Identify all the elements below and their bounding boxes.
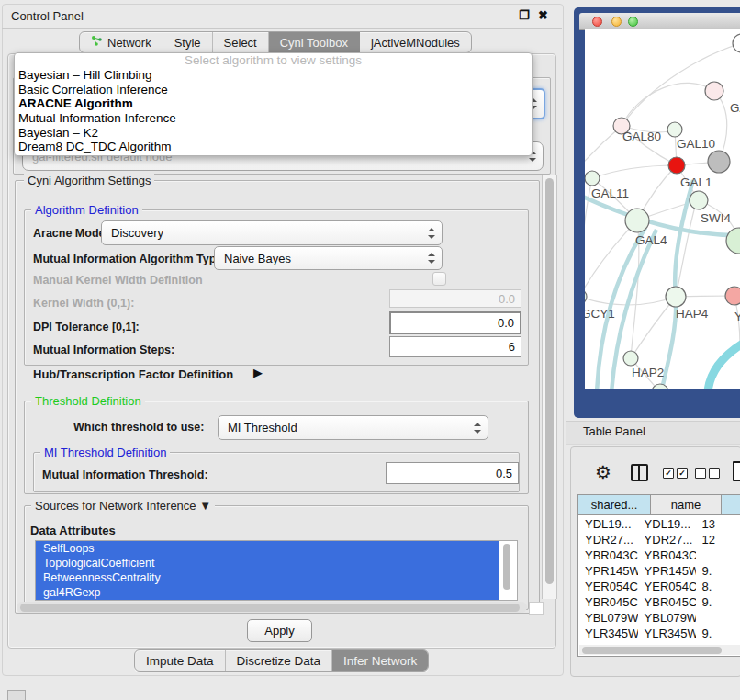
network-node[interactable]	[666, 287, 686, 307]
control-panel-titlebar	[2, 4, 562, 29]
aracne-mode-combo[interactable]: Discovery	[101, 220, 443, 245]
network-node[interactable]	[625, 209, 649, 232]
control-panel-title: Control Panel	[11, 9, 84, 23]
sources-group-title[interactable]: Sources for Network Inference ▼	[31, 499, 215, 513]
settings-vertical-scrollbar[interactable]	[542, 175, 557, 599]
tab-jactivemnodules[interactable]: jActiveMNodules	[360, 32, 471, 52]
application-root: Control Panel ❐ ✖ NetworkStyleSelectCyni…	[0, 0, 740, 700]
which-threshold-combo[interactable]: MI Threshold	[218, 415, 488, 440]
sources-collapse-arrow-icon[interactable]: ▼	[199, 499, 211, 513]
table-cell: 13	[696, 516, 740, 532]
table-cell: YBR043C	[638, 548, 696, 563]
table-row[interactable]: YER054CYER054C8.	[578, 579, 740, 594]
network-node[interactable]	[725, 287, 740, 305]
close-window-icon[interactable]: ✖	[538, 9, 548, 22]
settings-vertical-scrollbar-thumb[interactable]	[545, 178, 554, 584]
network-node[interactable]	[623, 351, 638, 366]
table-cell: YER054C	[578, 579, 638, 594]
data-attribute-item[interactable]: TopologicalCoefficient	[36, 556, 499, 570]
combo-arrows-icon	[427, 228, 435, 239]
algorithm-option[interactable]: Bayesian – K2	[15, 126, 532, 141]
node-attribute-table[interactable]: shared...nameA YDL19...YDL19...13YDR27..…	[577, 494, 740, 657]
split-columns-icon[interactable]	[631, 464, 648, 481]
column-header-name[interactable]: name	[651, 495, 722, 515]
data-attribute-item[interactable]: gal4RGexp	[36, 585, 499, 600]
network-node[interactable]	[668, 157, 685, 174]
hub-definition-label[interactable]: Hub/Transcription Factor Definition	[33, 367, 233, 381]
table-cell: YER054C	[638, 579, 696, 594]
table-row[interactable]: YBL079WYBL079W	[578, 610, 740, 626]
data-attributes-list[interactable]: SelfLoopsTopologicalCoefficientBetweenne…	[35, 540, 518, 601]
table-horizontal-scrollbar[interactable]	[579, 645, 740, 655]
file-icon[interactable]	[733, 461, 740, 481]
table-row[interactable]: YBR045CYBR045C9.	[578, 594, 740, 610]
data-attribute-item[interactable]: BetweennessCentrality	[36, 570, 499, 585]
control-panel-tabbar: NetworkStyleSelectCyni ToolboxjActiveMNo…	[79, 31, 472, 53]
unchecked-boxes-icon[interactable]	[695, 468, 720, 479]
table-row[interactable]: YBR043CYBR043C	[578, 548, 740, 563]
table-row[interactable]: YDL19...YDL19...13	[578, 516, 740, 532]
network-bright-edge	[708, 342, 740, 389]
algorithm-option[interactable]: Dream8 DC_TDC Algorithm	[15, 140, 532, 154]
algorithm-dropdown-placeholder: Select algorithm to view settings	[15, 53, 532, 68]
tab-network[interactable]: Network	[80, 32, 163, 52]
tab-cyni-toolbox[interactable]: Cyni Toolbox	[269, 32, 360, 52]
table-row[interactable]: YPR145WYPR145W9.	[578, 563, 740, 579]
node-label-gal: GAL	[730, 101, 740, 115]
mi-threshold-label: Mutual Information Threshold:	[42, 469, 208, 481]
algorithm-option[interactable]: ARACNE Algorithm	[15, 96, 532, 111]
network-node[interactable]	[652, 384, 668, 389]
table-cell: YDR27...	[578, 532, 638, 548]
kernel-width-field: 0.0	[389, 289, 521, 308]
mi-threshold-field[interactable]: 0.5	[386, 462, 519, 484]
which-threshold-value: MI Threshold	[228, 416, 297, 439]
tab-impute-data[interactable]: Impute Data	[135, 650, 226, 671]
collapsed-panel-icon[interactable]	[7, 690, 26, 700]
network-node[interactable]	[585, 171, 600, 186]
tab-style[interactable]: Style	[163, 32, 213, 52]
float-window-icon[interactable]: ❐	[519, 9, 530, 22]
close-traffic-light-icon[interactable]	[592, 17, 602, 27]
minimize-traffic-light-icon[interactable]	[611, 17, 622, 27]
table-cell: 9.	[696, 626, 740, 641]
dpi-tolerance-field[interactable]: 0.0	[389, 311, 521, 334]
hub-expand-arrow-icon[interactable]: ▶	[253, 366, 263, 379]
tab-discretize-data[interactable]: Discretize Data	[226, 650, 333, 671]
zoom-traffic-light-icon[interactable]	[628, 17, 638, 27]
network-node[interactable]	[705, 82, 723, 100]
network-node[interactable]	[585, 289, 587, 304]
table-cell: 8.	[696, 579, 740, 594]
network-node[interactable]	[708, 151, 730, 173]
tab-infer-network[interactable]: Infer Network	[332, 650, 428, 671]
algorithm-option[interactable]: Mutual Information Inference	[15, 111, 532, 126]
data-attribute-item[interactable]: SelfLoops	[36, 541, 499, 556]
table-row[interactable]: YLR345WYLR345W9.	[578, 626, 740, 641]
manual-kernel-checkbox[interactable]	[432, 272, 446, 286]
table-cell: YBR043C	[578, 548, 638, 563]
network-icon	[91, 35, 103, 50]
column-header-a[interactable]: A	[722, 495, 740, 515]
network-view-titlebar[interactable]	[579, 13, 740, 30]
tab-select[interactable]: Select	[213, 32, 269, 52]
mi-type-combo[interactable]: Naive Bayes	[214, 246, 443, 270]
network-node[interactable]	[690, 191, 708, 209]
settings-horizontal-scrollbar[interactable]	[17, 602, 527, 613]
network-node[interactable]	[733, 34, 740, 52]
apply-button[interactable]: Apply	[247, 619, 312, 642]
mi-steps-field[interactable]: 6	[389, 336, 521, 357]
settings-horizontal-scrollbar-thumb[interactable]	[20, 604, 520, 612]
table-cell: 9.	[696, 594, 740, 610]
threshold-definition-title: Threshold Definition	[31, 394, 145, 408]
gear-icon[interactable]: ⚙	[595, 461, 611, 483]
table-row[interactable]: YDR27...YDR27...12	[578, 532, 740, 548]
algorithm-option[interactable]: Basic Correlation Inference	[15, 83, 532, 97]
table-horizontal-scrollbar-thumb[interactable]	[582, 647, 722, 654]
column-header-shared[interactable]: shared...	[578, 495, 651, 515]
table-cell: YPR145W	[638, 563, 696, 579]
algorithm-option[interactable]: Bayesian – Hill Climbing	[15, 68, 532, 83]
checked-boxes-icon[interactable]: ✓✓	[663, 468, 688, 479]
network-node[interactable]	[667, 122, 682, 137]
network-node[interactable]	[726, 228, 740, 254]
attributes-scrollbar-thumb[interactable]	[503, 544, 510, 590]
network-canvas[interactable]: GALGAL80GAL10GAL1GAL11SWI4GAL4GCY1HAP4YH…	[585, 29, 740, 389]
